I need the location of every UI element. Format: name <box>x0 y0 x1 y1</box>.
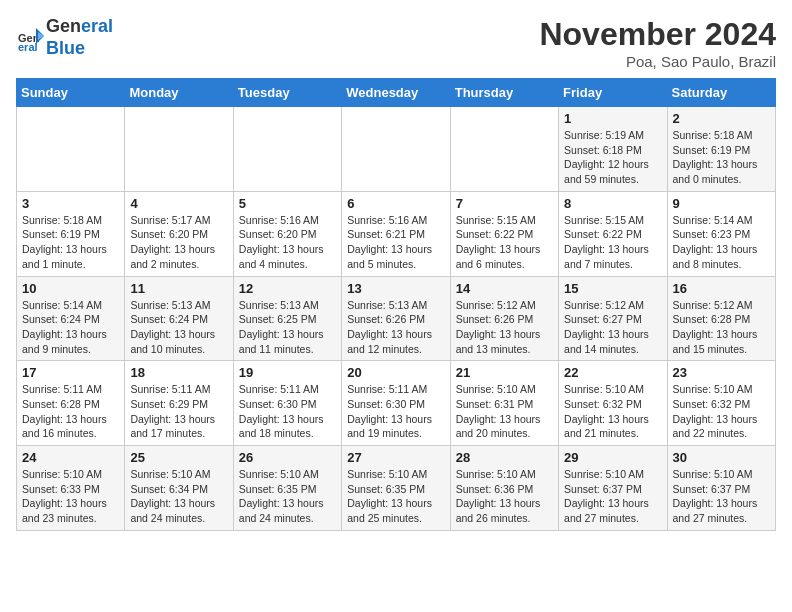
day-number: 21 <box>456 365 553 380</box>
day-cell: 28Sunrise: 5:10 AMSunset: 6:36 PMDayligh… <box>450 446 558 531</box>
day-cell: 30Sunrise: 5:10 AMSunset: 6:37 PMDayligh… <box>667 446 775 531</box>
day-number: 22 <box>564 365 661 380</box>
col-header-thursday: Thursday <box>450 79 558 107</box>
day-number: 23 <box>673 365 770 380</box>
day-cell: 26Sunrise: 5:10 AMSunset: 6:35 PMDayligh… <box>233 446 341 531</box>
day-number: 30 <box>673 450 770 465</box>
logo-text: General Blue <box>46 16 113 59</box>
day-number: 5 <box>239 196 336 211</box>
day-cell <box>342 107 450 192</box>
day-info: Sunrise: 5:16 AMSunset: 6:20 PMDaylight:… <box>239 213 336 272</box>
svg-text:eral: eral <box>18 41 38 52</box>
page-header: Gen eral General Blue November 2024 Poa,… <box>16 16 776 70</box>
week-row-4: 17Sunrise: 5:11 AMSunset: 6:28 PMDayligh… <box>17 361 776 446</box>
day-cell: 2Sunrise: 5:18 AMSunset: 6:19 PMDaylight… <box>667 107 775 192</box>
day-number: 1 <box>564 111 661 126</box>
day-info: Sunrise: 5:12 AMSunset: 6:26 PMDaylight:… <box>456 298 553 357</box>
day-info: Sunrise: 5:10 AMSunset: 6:35 PMDaylight:… <box>239 467 336 526</box>
day-cell: 16Sunrise: 5:12 AMSunset: 6:28 PMDayligh… <box>667 276 775 361</box>
day-cell: 12Sunrise: 5:13 AMSunset: 6:25 PMDayligh… <box>233 276 341 361</box>
day-number: 24 <box>22 450 119 465</box>
week-row-3: 10Sunrise: 5:14 AMSunset: 6:24 PMDayligh… <box>17 276 776 361</box>
title-block: November 2024 Poa, Sao Paulo, Brazil <box>539 16 776 70</box>
day-cell: 9Sunrise: 5:14 AMSunset: 6:23 PMDaylight… <box>667 191 775 276</box>
day-number: 16 <box>673 281 770 296</box>
day-number: 3 <box>22 196 119 211</box>
day-cell: 5Sunrise: 5:16 AMSunset: 6:20 PMDaylight… <box>233 191 341 276</box>
day-number: 4 <box>130 196 227 211</box>
day-info: Sunrise: 5:10 AMSunset: 6:32 PMDaylight:… <box>673 382 770 441</box>
day-cell: 8Sunrise: 5:15 AMSunset: 6:22 PMDaylight… <box>559 191 667 276</box>
calendar-header-row: SundayMondayTuesdayWednesdayThursdayFrid… <box>17 79 776 107</box>
day-number: 12 <box>239 281 336 296</box>
day-cell: 14Sunrise: 5:12 AMSunset: 6:26 PMDayligh… <box>450 276 558 361</box>
day-number: 6 <box>347 196 444 211</box>
day-info: Sunrise: 5:19 AMSunset: 6:18 PMDaylight:… <box>564 128 661 187</box>
logo: Gen eral General Blue <box>16 16 113 59</box>
day-info: Sunrise: 5:18 AMSunset: 6:19 PMDaylight:… <box>673 128 770 187</box>
day-number: 10 <box>22 281 119 296</box>
day-number: 7 <box>456 196 553 211</box>
day-cell: 1Sunrise: 5:19 AMSunset: 6:18 PMDaylight… <box>559 107 667 192</box>
col-header-saturday: Saturday <box>667 79 775 107</box>
calendar-table: SundayMondayTuesdayWednesdayThursdayFrid… <box>16 78 776 531</box>
day-cell: 15Sunrise: 5:12 AMSunset: 6:27 PMDayligh… <box>559 276 667 361</box>
day-number: 18 <box>130 365 227 380</box>
day-cell: 22Sunrise: 5:10 AMSunset: 6:32 PMDayligh… <box>559 361 667 446</box>
week-row-1: 1Sunrise: 5:19 AMSunset: 6:18 PMDaylight… <box>17 107 776 192</box>
day-info: Sunrise: 5:11 AMSunset: 6:29 PMDaylight:… <box>130 382 227 441</box>
day-cell: 24Sunrise: 5:10 AMSunset: 6:33 PMDayligh… <box>17 446 125 531</box>
day-info: Sunrise: 5:10 AMSunset: 6:35 PMDaylight:… <box>347 467 444 526</box>
day-cell: 10Sunrise: 5:14 AMSunset: 6:24 PMDayligh… <box>17 276 125 361</box>
day-info: Sunrise: 5:16 AMSunset: 6:21 PMDaylight:… <box>347 213 444 272</box>
calendar-body: 1Sunrise: 5:19 AMSunset: 6:18 PMDaylight… <box>17 107 776 531</box>
col-header-monday: Monday <box>125 79 233 107</box>
day-number: 11 <box>130 281 227 296</box>
day-info: Sunrise: 5:15 AMSunset: 6:22 PMDaylight:… <box>564 213 661 272</box>
day-info: Sunrise: 5:11 AMSunset: 6:30 PMDaylight:… <box>239 382 336 441</box>
day-cell: 23Sunrise: 5:10 AMSunset: 6:32 PMDayligh… <box>667 361 775 446</box>
col-header-friday: Friday <box>559 79 667 107</box>
day-cell <box>125 107 233 192</box>
logo-icon: Gen eral <box>16 24 44 52</box>
day-cell: 19Sunrise: 5:11 AMSunset: 6:30 PMDayligh… <box>233 361 341 446</box>
day-cell: 29Sunrise: 5:10 AMSunset: 6:37 PMDayligh… <box>559 446 667 531</box>
day-number: 17 <box>22 365 119 380</box>
day-info: Sunrise: 5:13 AMSunset: 6:24 PMDaylight:… <box>130 298 227 357</box>
day-info: Sunrise: 5:12 AMSunset: 6:28 PMDaylight:… <box>673 298 770 357</box>
week-row-2: 3Sunrise: 5:18 AMSunset: 6:19 PMDaylight… <box>17 191 776 276</box>
day-cell: 11Sunrise: 5:13 AMSunset: 6:24 PMDayligh… <box>125 276 233 361</box>
day-cell: 27Sunrise: 5:10 AMSunset: 6:35 PMDayligh… <box>342 446 450 531</box>
location: Poa, Sao Paulo, Brazil <box>539 53 776 70</box>
day-info: Sunrise: 5:10 AMSunset: 6:36 PMDaylight:… <box>456 467 553 526</box>
day-info: Sunrise: 5:11 AMSunset: 6:28 PMDaylight:… <box>22 382 119 441</box>
day-number: 9 <box>673 196 770 211</box>
month-title: November 2024 <box>539 16 776 53</box>
day-cell <box>450 107 558 192</box>
day-cell: 4Sunrise: 5:17 AMSunset: 6:20 PMDaylight… <box>125 191 233 276</box>
day-number: 25 <box>130 450 227 465</box>
day-info: Sunrise: 5:13 AMSunset: 6:25 PMDaylight:… <box>239 298 336 357</box>
week-row-5: 24Sunrise: 5:10 AMSunset: 6:33 PMDayligh… <box>17 446 776 531</box>
day-number: 26 <box>239 450 336 465</box>
day-info: Sunrise: 5:10 AMSunset: 6:33 PMDaylight:… <box>22 467 119 526</box>
day-cell: 21Sunrise: 5:10 AMSunset: 6:31 PMDayligh… <box>450 361 558 446</box>
day-info: Sunrise: 5:14 AMSunset: 6:24 PMDaylight:… <box>22 298 119 357</box>
day-number: 13 <box>347 281 444 296</box>
day-cell: 7Sunrise: 5:15 AMSunset: 6:22 PMDaylight… <box>450 191 558 276</box>
day-cell: 25Sunrise: 5:10 AMSunset: 6:34 PMDayligh… <box>125 446 233 531</box>
day-info: Sunrise: 5:13 AMSunset: 6:26 PMDaylight:… <box>347 298 444 357</box>
day-number: 29 <box>564 450 661 465</box>
day-number: 2 <box>673 111 770 126</box>
day-number: 19 <box>239 365 336 380</box>
day-number: 27 <box>347 450 444 465</box>
day-cell <box>17 107 125 192</box>
day-number: 8 <box>564 196 661 211</box>
day-cell: 6Sunrise: 5:16 AMSunset: 6:21 PMDaylight… <box>342 191 450 276</box>
day-info: Sunrise: 5:10 AMSunset: 6:37 PMDaylight:… <box>564 467 661 526</box>
day-cell: 3Sunrise: 5:18 AMSunset: 6:19 PMDaylight… <box>17 191 125 276</box>
day-info: Sunrise: 5:11 AMSunset: 6:30 PMDaylight:… <box>347 382 444 441</box>
day-cell: 17Sunrise: 5:11 AMSunset: 6:28 PMDayligh… <box>17 361 125 446</box>
day-info: Sunrise: 5:10 AMSunset: 6:34 PMDaylight:… <box>130 467 227 526</box>
col-header-sunday: Sunday <box>17 79 125 107</box>
